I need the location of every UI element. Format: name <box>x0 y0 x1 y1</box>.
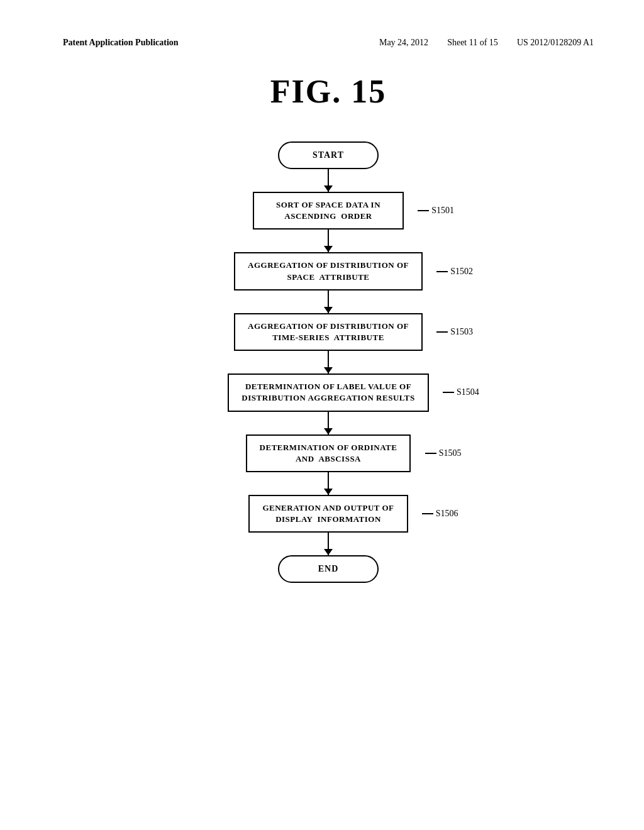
arrow-s1505-s1506 <box>328 472 329 495</box>
page-header: Patent Application Publication May 24, 2… <box>63 38 594 48</box>
header-date: May 24, 2012 <box>379 38 428 48</box>
step-s1506-box: GENERATION AND OUTPUT OFDISPLAY INFORMAT… <box>248 495 408 533</box>
arrow-start-s1501 <box>328 169 329 192</box>
step-s1506-row: GENERATION AND OUTPUT OFDISPLAY INFORMAT… <box>248 495 408 533</box>
step-s1502-row: AGGREGATION OF DISTRIBUTION OFSPACE ATTR… <box>234 252 423 290</box>
arrow-s1503-s1504 <box>328 351 329 374</box>
arrow-s1502-s1503 <box>328 290 329 313</box>
step-s1501-label: S1501 <box>418 206 454 216</box>
step-s1505-row: DETERMINATION OF ORDINATEAND ABSCISSA S1… <box>246 434 411 472</box>
start-node-wrapper: START <box>278 141 379 169</box>
header-sheet: Sheet 11 of 15 <box>447 38 498 48</box>
header-meta: May 24, 2012 Sheet 11 of 15 US 2012/0128… <box>379 38 594 48</box>
step-s1505-box: DETERMINATION OF ORDINATEAND ABSCISSA <box>246 434 411 472</box>
step-s1503-row: AGGREGATION OF DISTRIBUTION OFTIME-SERIE… <box>234 313 423 351</box>
header-publication-label: Patent Application Publication <box>63 38 179 48</box>
end-node-wrapper: END <box>278 555 379 583</box>
step-s1506-label: S1506 <box>422 509 458 519</box>
arrow-s1506-end <box>328 533 329 555</box>
figure-title: FIG. 15 <box>63 73 594 110</box>
step-s1505-label: S1505 <box>425 448 462 458</box>
step-s1501-box: SORT OF SPACE DATA INASCENDING ORDER <box>253 192 404 230</box>
step-s1504-row: DETERMINATION OF LABEL VALUE OFDISTRIBUT… <box>228 374 428 411</box>
step-s1504-box: DETERMINATION OF LABEL VALUE OFDISTRIBUT… <box>228 374 428 411</box>
arrow-s1501-s1502 <box>328 230 329 252</box>
step-s1501-row: SORT OF SPACE DATA INASCENDING ORDER S15… <box>253 192 404 230</box>
page: Patent Application Publication May 24, 2… <box>0 0 644 830</box>
end-node: END <box>278 555 379 583</box>
flowchart: START SORT OF SPACE DATA INASCENDING ORD… <box>63 141 594 583</box>
step-s1502-label: S1502 <box>436 267 473 277</box>
step-s1503-label: S1503 <box>436 327 473 337</box>
step-s1502-box: AGGREGATION OF DISTRIBUTION OFSPACE ATTR… <box>234 252 423 290</box>
header-patent-number: US 2012/0128209 A1 <box>517 38 594 48</box>
arrow-s1504-s1505 <box>328 412 329 434</box>
step-s1504-label: S1504 <box>443 387 479 397</box>
start-node: START <box>278 141 379 169</box>
step-s1503-box: AGGREGATION OF DISTRIBUTION OFTIME-SERIE… <box>234 313 423 351</box>
